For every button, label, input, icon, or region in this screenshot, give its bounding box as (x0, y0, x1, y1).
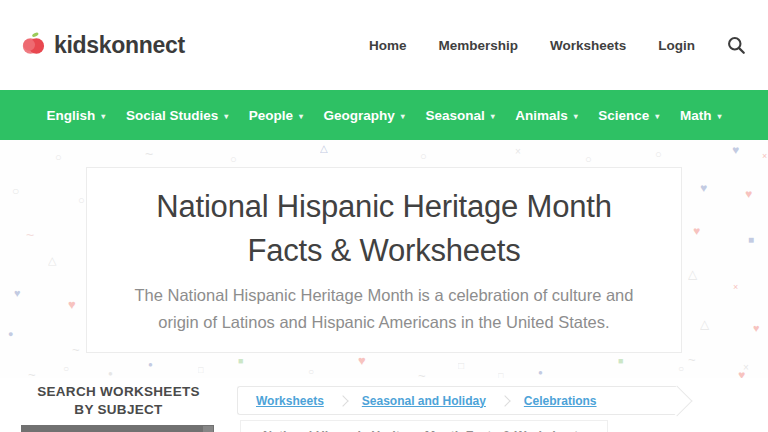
menu-social-studies[interactable]: Social Studies▾ (126, 108, 228, 123)
apple-logo-icon (20, 30, 47, 61)
chevron-down-icon: ▾ (101, 112, 105, 121)
subject-menubar: English▾ Social Studies▾ People▾ Geograp… (0, 90, 768, 140)
menu-animals[interactable]: Animals▾ (515, 108, 578, 123)
chevron-right-icon (337, 395, 348, 406)
bottom-section: SEARCH WORKSHEETS BY SUBJECT Worksheets … (0, 378, 768, 432)
menu-science[interactable]: Science▾ (598, 108, 659, 123)
menu-seasonal[interactable]: Seasonal▾ (425, 108, 494, 123)
page-title: National Hispanic Heritage Month Facts &… (117, 185, 651, 273)
chevron-down-icon: ▾ (574, 112, 578, 121)
menu-label: Seasonal (425, 108, 484, 123)
hero-section: ○~○△○×○○♥×○○~×♥♥●~~△♥♥♥■△×△♥~×○●■○♥~□●■○… (0, 140, 768, 378)
breadcrumb-worksheets[interactable]: Worksheets (256, 394, 324, 408)
menu-label: Geography (324, 108, 395, 123)
nav-membership[interactable]: Membership (438, 38, 518, 53)
menu-label: People (249, 108, 293, 123)
content-card: National Hispanic Heritage Month Facts &… (240, 420, 608, 432)
chevron-down-icon: ▾ (224, 112, 228, 121)
nav-worksheets[interactable]: Worksheets (550, 38, 626, 53)
chevron-down-icon: ▾ (655, 112, 659, 121)
nav-home[interactable]: Home (369, 38, 407, 53)
menu-label: Social Studies (126, 108, 218, 123)
nav-login[interactable]: Login (658, 38, 695, 53)
menu-label: Science (598, 108, 649, 123)
chevron-down-icon: ▾ (299, 112, 303, 121)
main-column: Worksheets Seasonal and Holiday Celebrat… (237, 378, 768, 432)
chevron-down-icon: ▾ (491, 112, 495, 121)
menu-geography[interactable]: Geography▾ (324, 108, 405, 123)
breadcrumb-seasonal-and-holiday[interactable]: Seasonal and Holiday (362, 394, 486, 408)
menu-math[interactable]: Math▾ (680, 108, 722, 123)
breadcrumb: Worksheets Seasonal and Holiday Celebrat… (237, 386, 677, 415)
sidebar-heading: SEARCH WORKSHEETS BY SUBJECT (29, 383, 209, 418)
subject-filter-dropdown[interactable] (21, 425, 214, 432)
top-header: kidskonnect Home Membership Worksheets L… (0, 0, 768, 90)
chevron-right-icon (499, 395, 510, 406)
brand-name: kidskonnect (54, 32, 185, 59)
chevron-down-icon: ▾ (401, 112, 405, 121)
menu-people[interactable]: People▾ (249, 108, 303, 123)
sidebar: SEARCH WORKSHEETS BY SUBJECT (0, 378, 237, 432)
page-subtitle: The National Hispanic Heritage Month is … (117, 282, 651, 335)
hero-card: National Hispanic Heritage Month Facts &… (86, 167, 682, 353)
menu-label: Math (680, 108, 712, 123)
brand-logo[interactable]: kidskonnect (20, 30, 185, 61)
breadcrumb-celebrations[interactable]: Celebrations (524, 394, 597, 408)
menu-english[interactable]: English▾ (47, 108, 106, 123)
search-icon[interactable] (727, 36, 746, 55)
menu-label: Animals (515, 108, 568, 123)
menu-label: English (47, 108, 96, 123)
top-nav: Home Membership Worksheets Login (369, 36, 746, 55)
chevron-down-icon: ▾ (717, 112, 721, 121)
